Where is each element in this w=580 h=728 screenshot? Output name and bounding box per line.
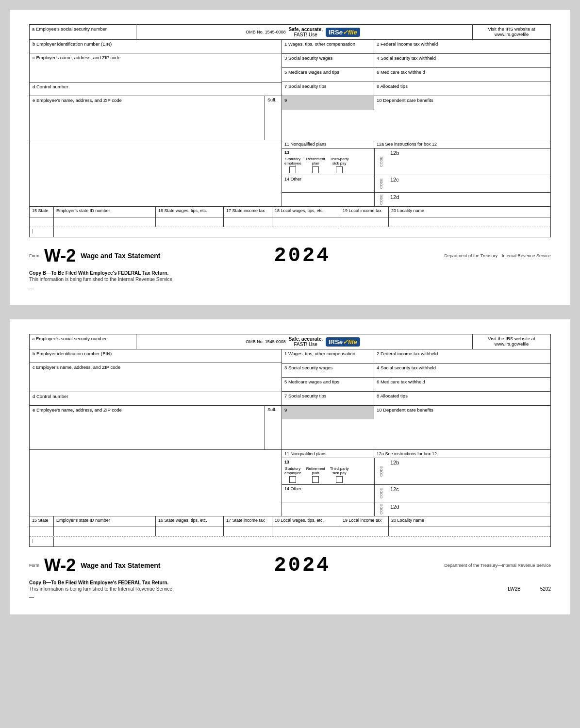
locality-data	[389, 217, 550, 227]
box17-label-2: 17 State income tax	[226, 518, 265, 523]
box4-label-2: 4 Social security tax withheld	[377, 365, 436, 370]
box12c-cell: CODE 12c	[374, 175, 550, 192]
employee-name-row-2: e Employee's name, address, and ZIP code…	[30, 406, 282, 449]
state-rest-r2	[54, 227, 550, 237]
state-cell1-r2: |	[30, 227, 54, 237]
state-ein-label-2: Employer's state ID number	[54, 516, 156, 527]
state-wages-label: 16 State wages, tips, etc.	[156, 207, 224, 217]
file-logo-2: ✓file	[343, 338, 357, 346]
box12b-code: CODE	[374, 149, 388, 175]
retirement-plan-checkbox[interactable]	[312, 166, 319, 173]
box9-label: 9	[284, 98, 287, 103]
suff-cell-2: Suff.	[265, 406, 282, 449]
third-party-group: Third-partysick pay	[330, 157, 349, 173]
statutory-employee-label: Statutoryemployee	[284, 157, 301, 165]
box20-label: 20 Locality name	[391, 208, 424, 213]
copy-b-text-1: Copy B—To Be Filed With Employee's FEDER…	[29, 269, 551, 277]
box14-label-2: 14 Other	[284, 486, 301, 491]
box9-label-2: 9	[284, 407, 287, 413]
box2-cell-2: 2 Federal income tax withheld	[374, 349, 550, 363]
left-side-lower	[30, 140, 282, 206]
irs-text: IRS	[329, 29, 339, 36]
fast-use-2: FAST! Use	[294, 342, 317, 347]
box12d-left-2	[282, 502, 374, 516]
box12c-value: 12c	[388, 175, 550, 192]
third-party-label-2: Third-partysick pay	[330, 466, 349, 475]
w2-form-1: a Employee's social security number OMB …	[29, 24, 551, 237]
box16-label-2: 16 State wages, tips, etc.	[158, 518, 207, 523]
statutory-employee-checkbox[interactable]	[289, 166, 296, 173]
box12a-cell: 12a See instructions for box 12	[374, 140, 550, 148]
local-d-wages-2	[272, 527, 340, 536]
state-rest-2	[54, 537, 550, 546]
state-income-data	[224, 217, 272, 227]
retirement-checkbox-2[interactable]	[312, 476, 319, 483]
irs-logo: IRSe✓file	[326, 28, 360, 37]
dept-treasury-1: Department of the Treasury—Internal Reve…	[444, 253, 551, 258]
state-income-label-2: 17 State income tax	[224, 516, 272, 527]
box7-cell: 7 Social security tips	[282, 82, 374, 96]
state-ein-data	[54, 217, 156, 227]
locality-label-2: 20 Locality name	[389, 516, 550, 527]
fast-use: FAST! Use	[294, 32, 317, 37]
employee-name-inner-2: e Employee's name, address, and ZIP code	[30, 406, 265, 449]
header-row-2: a Employee's social security number OMB …	[30, 334, 550, 349]
state-income-label: 17 State income tax	[224, 207, 272, 217]
box9-cell-2: 9	[282, 406, 374, 419]
statutory-group-2: Statutoryemployee	[284, 466, 301, 483]
employee-name-inner: e Employee's name, address, and ZIP code	[30, 96, 265, 140]
box10-label-2: 10 Dependent care benefits	[377, 407, 433, 413]
box12b-cell: CODE 12b	[374, 149, 550, 175]
state-data-row-2	[30, 527, 550, 537]
box12c-label: 12c	[390, 177, 399, 182]
copy-b-subtext-2: This information is being furnished to t…	[29, 586, 174, 592]
box12d-left-empty	[282, 193, 374, 206]
employee-name-label-2: e Employee's name, address, and ZIP code	[33, 407, 122, 413]
state-ein-label: Employer's state ID number	[54, 207, 156, 217]
box7-cell-2: 7 Social security tips	[282, 392, 374, 405]
statutory-checkbox-2[interactable]	[289, 476, 296, 483]
third-party-checkbox[interactable]	[336, 166, 343, 173]
form-footer-1: Form W-2 Wage and Tax Statement 2024 Dep…	[29, 242, 551, 269]
copy-b-subtext-1: This information is being furnished to t…	[29, 277, 551, 282]
safe-accurate: Safe, accurate,	[288, 27, 323, 32]
suff-label-2: Suff.	[267, 407, 276, 412]
state-wages-data	[156, 217, 224, 227]
box10-cell-2: 10 Dependent care benefits	[374, 406, 550, 419]
omb-label: OMB No. 1545-0008	[246, 30, 286, 34]
statutory-label-2: Statutoryemployee	[284, 466, 301, 475]
local-wages-data	[272, 217, 340, 227]
main-content: b Employer identification number (EIN) c…	[30, 40, 550, 140]
left-side: b Employer identification number (EIN) c…	[30, 40, 282, 140]
statutory-employee-group: Statutoryemployee	[284, 157, 301, 173]
control-number-row: d Control number	[30, 83, 282, 96]
header-row: a Employee's social security number OMB …	[30, 25, 550, 40]
box14-cell: 14 Other	[282, 175, 374, 192]
w2-form-2: a Employee's social security number OMB …	[29, 334, 551, 547]
box5-cell-2: 5 Medicare wages and tips	[282, 378, 374, 391]
ein-row: b Employer identification number (EIN)	[30, 40, 282, 53]
box12b-label: 12b	[390, 150, 399, 156]
left-side-2: b Employer identification number (EIN) c…	[30, 349, 282, 449]
box19-label-2: 19 Local income tax	[343, 518, 381, 523]
control-number-label: d Control number	[33, 84, 68, 89]
left-side-lower-2	[30, 450, 282, 516]
third-party-checkbox-2[interactable]	[336, 476, 343, 483]
box12d-outer-row: CODE 12d	[282, 193, 550, 206]
ein-label: b Employer identification number (EIN)	[33, 41, 112, 47]
box12a-label-2: 12a See instructions for box 12	[377, 451, 437, 456]
box12d-cell: CODE 12d	[374, 193, 550, 206]
box12d-code: CODE	[374, 193, 388, 206]
e-logo: e	[339, 29, 343, 36]
box18-label: 18 Local wages, tips, etc.	[275, 208, 324, 213]
box14-12c-row: 14 Other CODE 12c	[282, 175, 550, 193]
box1-cell-2: 1 Wages, tips, other compensation	[282, 349, 374, 363]
box13-label: 13	[284, 150, 289, 155]
form-label-1: Form	[29, 253, 39, 258]
state-data-cell1	[30, 217, 54, 227]
right-lower: 11 Nonqualified plans 12a See instructio…	[282, 140, 550, 206]
main-content-2: b Employer identification number (EIN) c…	[30, 349, 550, 450]
box12c-num-2: 12c	[390, 486, 399, 492]
locality-d-2	[389, 527, 550, 536]
box12a-cell-2: 12a See instructions for box 12	[374, 450, 550, 458]
